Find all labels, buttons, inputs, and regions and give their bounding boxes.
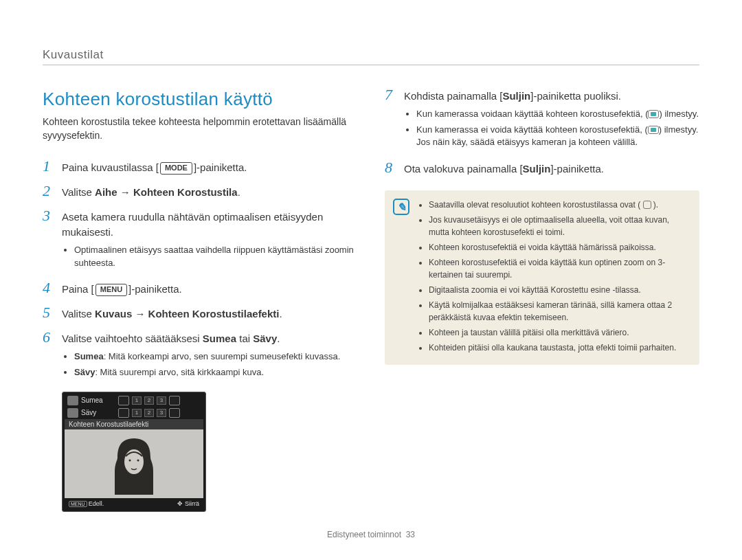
document-page: Kuvaustilat Kohteen korostustilan käyttö… <box>0 0 742 560</box>
info-item: Digitaalista zoomia ei voi käyttää Koros… <box>429 284 690 296</box>
bold-term: Kohteen Korostustila <box>133 186 238 198</box>
sub-bullet: Kun kamerassa ei voida käyttää kohteen k… <box>416 124 699 150</box>
step-number: 6 <box>43 330 58 345</box>
step-number: 2 <box>43 183 58 199</box>
move-label: ✥ Siirrä <box>177 500 199 507</box>
step-text: Paina kuvaustilassa <box>62 161 156 173</box>
slot: 1 <box>132 409 142 417</box>
focus-fail-icon <box>648 126 659 134</box>
sub-text: : Mitä korkeampi arvo, sen suurempi sume… <box>104 351 341 361</box>
left-column: Kohteen korostustilan käyttö Kohteen kor… <box>43 89 357 512</box>
slot: 1 <box>132 396 142 405</box>
menu-icon: MENU <box>69 501 87 507</box>
slot: 3 <box>157 409 166 417</box>
step-1: 1 Paina kuvaustilassa [MODE]-painiketta. <box>43 160 357 175</box>
camera-ui-preview: Sumea 1 2 3 Sävy 1 2 3 Kohteen Korostust <box>62 392 206 512</box>
divider <box>43 65 699 65</box>
step-8: 8 Ota valokuva painamalla [Suljin]-paini… <box>385 161 699 177</box>
sub-text: : Mitä suurempi arvo, sitä kirkkaampi ku… <box>95 367 264 377</box>
menu-back: MENUEdell. <box>69 500 104 507</box>
step-text: . <box>238 186 240 198</box>
step-text: ]-painiketta puoliksi. <box>530 90 621 102</box>
bold-term: Kuvaus <box>95 308 132 320</box>
preview-row-savy: Sävy 1 2 3 <box>65 407 203 419</box>
step-3: 3 Aseta kamera ruudulla nähtävän optimaa… <box>43 210 357 272</box>
info-item: Käytä kolmijalkaa estääksesi kameran tär… <box>429 299 690 324</box>
svg-point-0 <box>124 449 144 474</box>
sub-bullets: Kun kamerassa voidaan käyttää kohteen ko… <box>416 108 699 150</box>
step-text: . <box>279 308 282 320</box>
step-text: tai <box>236 333 253 344</box>
step-text: Valitse <box>62 186 95 198</box>
slot: 2 <box>144 409 154 417</box>
open-icon <box>118 396 129 405</box>
content-columns: Kohteen korostustilan käyttö Kohteen kor… <box>43 89 699 512</box>
info-item: Jos kuvausetäisyys ei ole optimaalisella… <box>429 214 690 238</box>
preview-portrait <box>65 429 203 498</box>
sub-bullet: Optimaalinen etäisyys saattaa vaihdella … <box>74 244 357 270</box>
info-text: ). <box>651 200 659 210</box>
sub-text: ) ilmestyy. <box>659 109 699 119</box>
svg-point-1 <box>129 459 131 461</box>
step-number: 4 <box>43 280 58 295</box>
page-title: Kohteen korostustilan käyttö <box>43 89 357 110</box>
info-item: Kohteen korostusefektiä ei voida käyttää… <box>429 256 690 281</box>
preview-bottom-bar: MENUEdell. ✥ Siirrä <box>65 498 203 509</box>
step-text: . <box>277 333 280 344</box>
slot: 3 <box>157 396 166 405</box>
step-4: 4 Paina [MENU]-painiketta. <box>43 282 357 297</box>
sub-bullet: Sävy: Mitä suurempi arvo, sitä kirkkaamp… <box>74 366 357 379</box>
info-item: Kohteen ja taustan välillä pitäisi olla … <box>429 326 690 339</box>
info-item: Saatavilla olevat resoluutiot kohteen ko… <box>429 199 690 211</box>
footer-section: Edistyneet toiminnot <box>327 530 401 539</box>
bold-term: Suljin <box>523 163 551 175</box>
step-number: 1 <box>43 159 58 174</box>
steps-right: 7 Kohdista painamalla [Suljin]-painikett… <box>385 89 699 177</box>
row-label: Sävy <box>81 409 115 416</box>
step-text: Valitse vaihtoehto säätääksesi <box>62 333 203 344</box>
info-box: ✎ Saatavilla olevat resoluutiot kohteen … <box>385 190 699 365</box>
right-column: 7 Kohdista painamalla [Suljin]-painikett… <box>385 89 699 512</box>
portrait-illustration <box>106 433 161 495</box>
step-7: 7 Kohdista painamalla [Suljin]-painikett… <box>385 89 699 152</box>
bold-term: Sävy <box>253 333 277 344</box>
info-item: Kohteiden pitäisi olla kaukana taustasta… <box>429 341 690 354</box>
back-label: Edell. <box>89 500 104 507</box>
menu-button-label: MENU <box>95 284 127 296</box>
step-number: 5 <box>43 305 58 320</box>
svg-point-2 <box>137 459 139 461</box>
sub-text: Kun kamerassa voidaan käyttää kohteen ko… <box>416 109 648 119</box>
info-item: Kohteen korostusefektiä ei voida käyttää… <box>429 241 690 254</box>
slot: 2 <box>144 396 154 405</box>
step-text: Ota valokuva painamalla [ <box>404 163 523 175</box>
bold-term: Aihe <box>95 186 117 198</box>
step-number: 7 <box>385 87 400 102</box>
step-text: Paina <box>62 283 91 295</box>
page-number: 33 <box>406 530 415 539</box>
row-icon <box>67 396 78 405</box>
sub-text: Kun kamerassa ei voida käyttää kohteen k… <box>416 124 648 135</box>
info-list: Saatavilla olevat resoluutiot kohteen ko… <box>429 199 690 354</box>
step-text: Kohdista painamalla [ <box>404 90 502 102</box>
step-text: -painiketta. <box>196 161 247 173</box>
open-icon <box>118 408 129 418</box>
step-text: ]-painiketta. <box>550 163 604 175</box>
step-text: Valitse <box>62 308 95 320</box>
arrow: → <box>117 186 133 198</box>
arrow: → <box>132 308 148 320</box>
bold-term: Kohteen Korostustilaefekti <box>148 308 280 320</box>
sub-bullets: Sumea: Mitä korkeampi arvo, sen suurempi… <box>74 350 357 379</box>
sub-bullet: Sumea: Mitä korkeampi arvo, sen suurempi… <box>74 350 357 363</box>
focus-ok-icon <box>648 110 659 118</box>
intro-text: Kohteen korostustila tekee kohteesta hel… <box>43 115 357 142</box>
preview-row-sumea: Sumea 1 2 3 <box>65 394 203 407</box>
step-text: Aseta kamera ruudulla nähtävän optimaali… <box>62 211 323 238</box>
step-number: 3 <box>43 208 58 223</box>
sub-bullets: Optimaalinen etäisyys saattaa vaihdella … <box>74 244 357 270</box>
sub-bullet: Kun kamerassa voidaan käyttää kohteen ko… <box>416 108 699 121</box>
info-text: Saatavilla olevat resoluutiot kohteen ko… <box>429 200 643 210</box>
step-5: 5 Valitse Kuvaus → Kohteen Korostustilae… <box>43 306 357 322</box>
bold-term: Sumea <box>203 333 236 344</box>
breadcrumb: Kuvaustilat <box>43 48 699 62</box>
bold-term: Sävy <box>74 367 95 377</box>
